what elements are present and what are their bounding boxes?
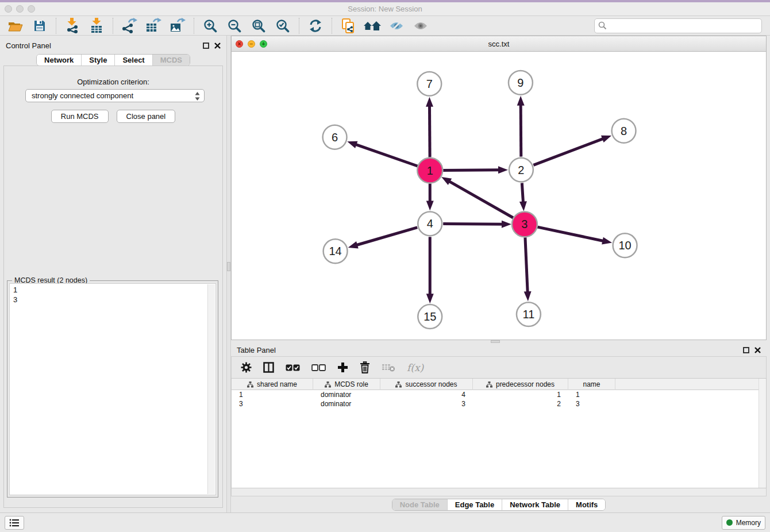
graph-edge-1-7[interactable] xyxy=(426,97,433,157)
graph-node-2[interactable]: 2 xyxy=(509,158,533,182)
optimization-criterion-select[interactable]: strongly connected component xyxy=(25,89,205,102)
zoom-fit-button[interactable] xyxy=(247,17,271,34)
deselect-all-icon[interactable] xyxy=(311,364,326,372)
column-header-mcds-role[interactable]: MCDS role xyxy=(313,379,380,390)
network-canvas[interactable]: 7968124314101511 xyxy=(232,52,766,340)
shared-column-icon xyxy=(325,381,331,388)
gear-icon[interactable] xyxy=(241,362,252,373)
table-cell[interactable]: 1 xyxy=(568,390,615,399)
graph-edge-4-15[interactable] xyxy=(426,237,434,303)
table-cell[interactable]: 4 xyxy=(380,390,473,399)
graph-edge-2-9[interactable] xyxy=(517,96,525,157)
graph-node-15[interactable]: 15 xyxy=(418,304,442,329)
graph-node-1[interactable]: 1 xyxy=(417,158,442,183)
minimize-window-button[interactable] xyxy=(16,5,24,13)
graph-edge-2-3[interactable] xyxy=(519,183,527,211)
table-cell[interactable]: 3 xyxy=(568,399,615,408)
table-cell[interactable]: dominator xyxy=(313,390,380,399)
graph-node-6[interactable]: 6 xyxy=(323,125,347,149)
table-tab-motifs[interactable]: Motifs xyxy=(568,499,605,510)
open-session-button[interactable] xyxy=(3,17,28,34)
export-network-button[interactable] xyxy=(117,17,141,34)
close-panel-icon[interactable] xyxy=(214,43,221,49)
copy-network-button[interactable] xyxy=(336,17,360,34)
graph-node-14[interactable]: 14 xyxy=(324,239,348,263)
graph-edge-4-14[interactable] xyxy=(348,228,418,249)
close-panel-button[interactable]: Close panel xyxy=(117,110,176,123)
column-header-predecessor-nodes[interactable]: predecessor nodes xyxy=(473,379,568,390)
table-cell[interactable]: 2 xyxy=(473,399,568,408)
graph-edge-2-8[interactable] xyxy=(533,136,611,165)
tab-network[interactable]: Network xyxy=(37,55,81,65)
zoom-window-button[interactable] xyxy=(28,5,35,13)
table-row[interactable]: 3dominator323 xyxy=(232,399,766,408)
graph-node-10[interactable]: 10 xyxy=(613,233,637,257)
graph-node-11[interactable]: 11 xyxy=(517,302,541,326)
graph-edge-1-2[interactable] xyxy=(443,166,508,174)
column-header-shared-name[interactable]: shared name xyxy=(232,379,313,390)
eye-button[interactable] xyxy=(409,17,433,34)
table-splitter-handle[interactable] xyxy=(491,340,500,343)
zoom-selected-button[interactable] xyxy=(271,17,295,34)
tab-select[interactable]: Select xyxy=(114,55,152,65)
hide-eye-button[interactable] xyxy=(384,17,409,34)
task-history-button[interactable] xyxy=(5,516,24,530)
table-cell[interactable]: 1 xyxy=(232,390,313,399)
tab-mcds[interactable]: MCDS xyxy=(152,55,190,65)
export-image-button[interactable] xyxy=(165,17,190,34)
close-window-button[interactable] xyxy=(5,5,12,13)
export-table-button[interactable] xyxy=(141,17,165,34)
memory-button[interactable]: Memory xyxy=(722,516,765,530)
close-network-button[interactable]: × xyxy=(236,40,243,48)
add-column-icon[interactable] xyxy=(337,362,348,373)
maximize-network-button[interactable]: + xyxy=(260,40,267,48)
graph-node-4[interactable]: 4 xyxy=(418,211,442,236)
toolbar-separator xyxy=(194,18,194,34)
graph-edge-3-1[interactable] xyxy=(441,177,513,218)
float-table-panel-icon[interactable] xyxy=(743,347,749,353)
minimize-network-button[interactable]: − xyxy=(248,40,255,48)
column-header-name[interactable]: name xyxy=(568,379,615,390)
import-table-button[interactable] xyxy=(84,17,109,34)
graph-edge-1-6[interactable] xyxy=(347,141,417,166)
graph-edge-3-11[interactable] xyxy=(524,237,532,301)
columns-icon[interactable] xyxy=(263,362,274,373)
close-table-panel-icon[interactable] xyxy=(754,347,761,353)
network-graph[interactable]: 7968124314101511 xyxy=(232,52,766,340)
table-cell[interactable]: 1 xyxy=(473,390,568,399)
graph-node-3[interactable]: 3 xyxy=(512,211,537,237)
home-button[interactable] xyxy=(360,17,384,34)
table-cell[interactable]: dominator xyxy=(313,399,380,408)
table-splitter[interactable] xyxy=(231,340,767,344)
table-row[interactable]: 1dominator411 xyxy=(232,390,766,399)
tab-style[interactable]: Style xyxy=(81,55,114,65)
graph-node-7[interactable]: 7 xyxy=(417,72,441,96)
table-tab-edge-table[interactable]: Edge Table xyxy=(447,499,502,510)
graph-edge-1-4[interactable] xyxy=(426,184,434,211)
table-cell[interactable]: 3 xyxy=(232,399,313,408)
zoom-out-button[interactable] xyxy=(222,17,247,34)
table-horizontal-scrollbar[interactable] xyxy=(231,488,767,496)
panel-splitter[interactable] xyxy=(226,36,231,512)
splitter-handle[interactable] xyxy=(227,262,230,271)
graph-node-9[interactable]: 9 xyxy=(509,71,533,95)
search-input[interactable] xyxy=(594,18,762,33)
table-tab-node-table[interactable]: Node Table xyxy=(392,499,447,510)
import-network-button[interactable] xyxy=(60,17,84,34)
refresh-layout-button[interactable] xyxy=(303,17,328,34)
delete-icon[interactable] xyxy=(360,361,370,373)
run-mcds-button[interactable]: Run MCDS xyxy=(51,110,109,123)
column-header-successor-nodes[interactable]: successor nodes xyxy=(380,379,473,390)
table-vertical-scrollbar[interactable] xyxy=(759,379,766,488)
table-cell[interactable]: 3 xyxy=(380,399,473,408)
mcds-result-textarea[interactable]: 13 xyxy=(9,283,216,495)
float-panel-icon[interactable] xyxy=(203,43,209,49)
graph-node-8[interactable]: 8 xyxy=(612,119,636,143)
zoom-in-button[interactable] xyxy=(198,17,222,34)
save-session-button[interactable] xyxy=(28,17,52,34)
table-tab-network-table[interactable]: Network Table xyxy=(502,499,568,510)
graph-edge-4-3[interactable] xyxy=(443,221,511,228)
select-all-icon[interactable] xyxy=(286,364,300,372)
graph-edge-3-10[interactable] xyxy=(537,227,612,244)
result-scrollbar[interactable] xyxy=(207,284,215,494)
